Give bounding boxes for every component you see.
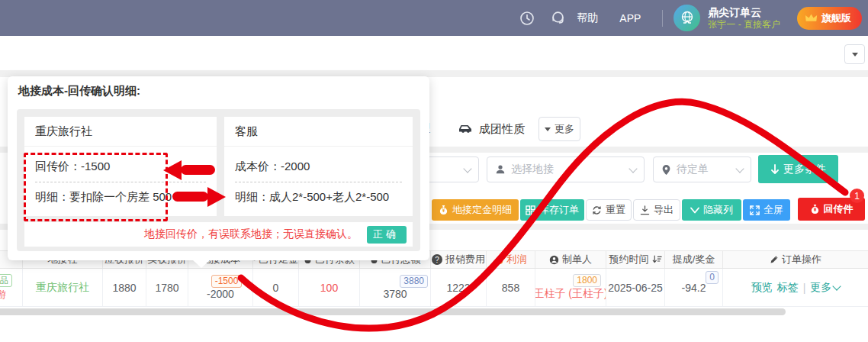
collapse-panel-button[interactable] (844, 44, 865, 64)
cell-received: 1780 (146, 269, 188, 306)
cell-product: 品 游 (0, 269, 23, 306)
car-icon (458, 122, 474, 134)
hide-columns-label: 隐藏列 (703, 203, 733, 217)
return-files-label: 回传件 (824, 202, 854, 216)
cost-price-line: 成本价：-2000 (235, 159, 402, 174)
brand-logo-avatar[interactable] (674, 5, 700, 31)
chevron-down-icon (628, 164, 637, 173)
cost-value: -2000 (207, 288, 234, 300)
column-header-profit[interactable]: ¥ 利润 (487, 251, 535, 268)
app-link[interactable]: APP (619, 12, 641, 24)
caret-down-icon (545, 127, 551, 131)
more-conditions-button[interactable]: 更多条件 (758, 155, 838, 183)
download-icon (640, 205, 650, 215)
reset-button[interactable]: 重置 (586, 199, 632, 221)
location-pin-icon (661, 164, 671, 176)
top-navbar: 帮助 APP 鼎尖订单云 张宇一 - 直接客户 旗舰版 (0, 0, 868, 36)
cell-paid-total: 3880 3780 (360, 269, 431, 306)
pending-order-dropdown[interactable]: 待定单 (653, 156, 751, 182)
cell-order-ops: 预览 标签 | 更多 (723, 269, 868, 306)
plan-badge-button[interactable]: 旗舰版 (797, 7, 862, 30)
crown-icon (805, 13, 818, 23)
clock-icon[interactable] (519, 10, 535, 27)
export-label: 导出 (654, 203, 674, 217)
customer-service-icon[interactable] (549, 10, 566, 27)
column-header-maker[interactable]: 制单人 (535, 251, 606, 268)
cell-profit: 858 (487, 269, 535, 306)
popup-footer: 地接回传价，有误联系地接；无误直接确认。 正确 (24, 222, 413, 247)
fullscreen-icon (750, 205, 760, 215)
column-header-booking-time[interactable]: 预约时间 (606, 251, 665, 268)
more-conditions-label: 更多条件 (783, 163, 826, 176)
question-icon (432, 254, 442, 265)
brand-name: 鼎尖订单云 (708, 6, 780, 19)
column-header-commission[interactable]: 提成/奖金 (665, 251, 723, 268)
cell-booking-date: 2025-06-25 (606, 269, 665, 306)
more-button-label: 更多 (555, 122, 574, 136)
refresh-icon (592, 205, 602, 215)
cell-maker: 1800 王柱子 (王柱子) (535, 269, 606, 306)
annotation-arrow-left-bar (181, 165, 215, 175)
more-ops-link[interactable]: 更多 (810, 281, 840, 295)
annotation-dashed-box (24, 153, 168, 221)
person-icon (549, 255, 559, 265)
export-button[interactable]: 导出 (633, 199, 680, 221)
confirm-button[interactable]: 正确 (367, 226, 407, 244)
inventory-orders-label: 库存订单 (539, 203, 579, 217)
chevron-down-icon (735, 164, 744, 173)
fullscreen-label: 全屏 (764, 203, 783, 217)
inventory-icon (526, 205, 535, 215)
person-icon (495, 164, 506, 175)
return-price-badge[interactable]: -1500 (211, 275, 243, 288)
money-bag-icon: ¥ (439, 205, 448, 215)
preview-link[interactable]: 预览 (751, 281, 773, 295)
select-agency-placeholder: 选择地接 (511, 163, 625, 176)
deposit-detail-label: 地接定金明细 (452, 203, 512, 217)
cell-paid-deposit: 0 (253, 269, 299, 306)
cell-agency: 重庆旅行社 (23, 269, 103, 306)
chevron-down-icon (833, 282, 841, 290)
column-header-expense[interactable]: 报销费用 (431, 251, 487, 268)
chevron-down-icon (463, 164, 471, 173)
pencil-icon (770, 255, 779, 264)
dashed-divider (235, 182, 402, 182)
reset-label: 重置 (606, 203, 625, 217)
cell-cost[interactable]: -1500 -2000 (188, 269, 253, 306)
cell-expense: 1222 (431, 269, 487, 306)
total-value: 3780 (383, 288, 407, 300)
annotation-arrow-right-head (207, 187, 226, 207)
group-nature-label[interactable]: 成团性质 (479, 122, 525, 137)
popup-pointer-notch (192, 260, 211, 268)
total-badge: 3880 (400, 275, 428, 288)
deposit-detail-button[interactable]: ¥ 地接定金明细 (432, 199, 519, 221)
pending-order-placeholder: 待定单 (677, 163, 731, 176)
product-type-badge: 品 (0, 274, 12, 287)
svg-text:¥: ¥ (442, 208, 445, 213)
inventory-orders-button[interactable]: 库存订单 (520, 199, 584, 221)
fullscreen-button[interactable]: 全屏 (743, 199, 790, 221)
service-panel: 客服 成本价：-2000 明细：成人2*-500+老人2*-500 (224, 117, 413, 216)
more-dropdown-button[interactable]: 更多 (538, 117, 580, 141)
footer-note: 地接回传价，有误联系地接；无误直接确认。 (144, 227, 358, 241)
chevron-down-icon (852, 53, 858, 56)
horizontal-scrollbar[interactable] (0, 308, 786, 315)
cell-commission: 0 -94.2 (665, 269, 723, 306)
service-panel-title: 客服 (224, 117, 413, 147)
maker-badge: 1800 (573, 274, 601, 287)
select-agency-dropdown[interactable]: 选择地接 (487, 156, 645, 182)
hide-columns-button[interactable]: 隐藏列 (682, 199, 741, 221)
return-files-count-badge: 1 (850, 189, 864, 203)
arrow-down-icon (770, 164, 780, 175)
annotation-arrow-right-bar (172, 192, 208, 202)
help-link[interactable]: 帮助 (577, 11, 598, 25)
annotation-arrow-left-head (163, 160, 182, 180)
service-detail-line: 明细：成人2*-500+老人2*-500 (235, 189, 402, 205)
cell-quote: 1880 (103, 269, 146, 306)
navbar-divider (662, 10, 663, 27)
popup-title: 地接成本-回传确认明细: (18, 84, 140, 98)
column-header-order-ops[interactable]: 订单操作 (723, 251, 868, 268)
brand-user-block: 鼎尖订单云 张宇一 - 直接客户 (708, 6, 780, 31)
plan-badge-label: 旗舰版 (821, 11, 851, 25)
tag-link[interactable]: 标签 (777, 281, 799, 295)
table-row[interactable]: 品 游 重庆旅行社 1880 1780 -1500 -2000 0 100 38… (0, 269, 868, 307)
